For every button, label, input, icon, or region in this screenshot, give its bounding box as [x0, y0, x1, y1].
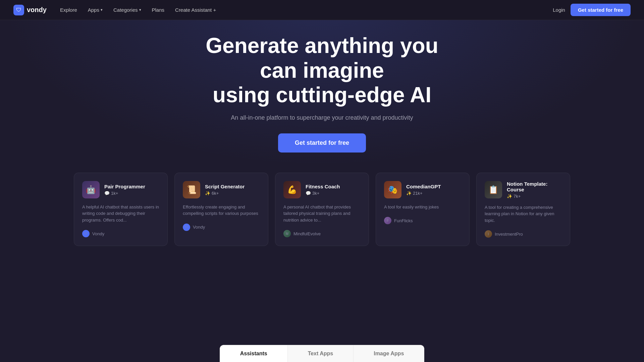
card-header: 🎭 ComedianGPT ✨ 21k+ — [384, 181, 461, 198]
app-card[interactable]: 🎭 ComedianGPT ✨ 21k+ A tool for easily w… — [376, 173, 470, 246]
card-title: Notion Template: Course — [507, 181, 562, 192]
login-button[interactable]: Login — [553, 7, 565, 13]
stat-icon: 💬 — [104, 191, 110, 196]
author-avatar: 🛡 — [82, 230, 90, 237]
card-author: I InvestmentPro — [485, 230, 562, 238]
hero-cta-button[interactable]: Get started for free — [278, 133, 366, 153]
nav-create-assistant[interactable]: Create Assistant + — [175, 7, 216, 13]
card-image: 🤖 — [82, 181, 100, 198]
tab-assistants[interactable]: Assistants — [220, 345, 288, 362]
card-author: 🛡 Vondy — [183, 224, 260, 231]
hero-subtext: An all-in-one platform to supercharge yo… — [0, 114, 644, 121]
logo[interactable]: 🛡 vondy — [13, 5, 47, 15]
apps-chevron-icon: ▾ — [101, 8, 103, 12]
card-stat: ✨ 7k+ — [507, 194, 562, 199]
logo-text: vondy — [27, 6, 47, 14]
author-name: Vondy — [92, 231, 104, 236]
card-header: 💪 Fitness Coach 💬 3k+ — [283, 181, 361, 198]
bottom-tabs: AssistantsText AppsImage Apps — [0, 342, 644, 362]
card-author: F FunFlicks — [384, 217, 461, 224]
logo-icon: 🛡 — [13, 5, 24, 15]
author-name: InvestmentPro — [495, 232, 523, 237]
tab-text-apps[interactable]: Text Apps — [288, 345, 354, 362]
card-description: Effortlessly create engaging and compell… — [183, 204, 260, 217]
card-image: 💪 — [283, 181, 301, 198]
nav-explore[interactable]: Explore — [60, 7, 77, 13]
card-description: A tool for easily writing jokes — [384, 204, 461, 210]
card-title: ComedianGPT — [406, 184, 441, 189]
card-title: Fitness Coach — [306, 184, 340, 189]
card-image: 📜 — [183, 181, 200, 198]
stat-count: 1k+ — [111, 191, 118, 196]
stat-count: 7k+ — [514, 194, 521, 199]
nav-get-started-button[interactable]: Get started for free — [571, 4, 631, 16]
categories-chevron-icon: ▾ — [139, 8, 141, 12]
cards-section: 🤖 Pair Programmer 💬 1k+ A helpful AI cha… — [0, 153, 644, 246]
card-title: Pair Programmer — [104, 184, 145, 189]
author-name: FunFlicks — [394, 218, 413, 223]
author-avatar: F — [384, 217, 391, 224]
nav-plans[interactable]: Plans — [152, 7, 165, 13]
tabs-container: AssistantsText AppsImage Apps — [220, 345, 425, 362]
nav-links: Explore Apps ▾ Categories ▾ Plans Create… — [60, 7, 553, 13]
stat-icon: 💬 — [306, 191, 311, 196]
app-card[interactable]: 📋 Notion Template: Course ✨ 7k+ A tool f… — [476, 173, 570, 246]
author-avatar: M — [283, 230, 291, 237]
card-stat: ✨ 21k+ — [406, 191, 441, 196]
nav-categories[interactable]: Categories ▾ — [113, 7, 141, 13]
app-card[interactable]: 💪 Fitness Coach 💬 3k+ A personal AI chat… — [275, 173, 369, 246]
stat-icon: ✨ — [406, 191, 412, 196]
card-description: A personal AI chatbot that provides tail… — [283, 204, 361, 224]
card-author: M MindfulEvolve — [283, 230, 361, 237]
author-avatar: I — [485, 230, 492, 238]
author-name: MindfulEvolve — [293, 231, 321, 236]
nav-apps[interactable]: Apps ▾ — [88, 7, 103, 13]
card-image: 📋 — [485, 181, 502, 198]
card-stat: 💬 1k+ — [104, 191, 145, 196]
card-description: A tool for creating a comprehensive lear… — [485, 204, 562, 224]
stat-count: 6k+ — [212, 191, 219, 196]
card-title: Script Generator — [205, 184, 245, 189]
author-avatar: 🛡 — [183, 224, 190, 231]
author-name: Vondy — [193, 225, 205, 230]
stat-icon: ✨ — [507, 194, 512, 199]
card-author: 🛡 Vondy — [82, 230, 159, 237]
card-stat: ✨ 6k+ — [205, 191, 245, 196]
tab-image-apps[interactable]: Image Apps — [354, 345, 424, 362]
card-header: 📋 Notion Template: Course ✨ 7k+ — [485, 181, 562, 199]
hero-heading: Generate anything you can imagine using … — [188, 34, 456, 108]
card-description: A helpful AI chatbot that assists users … — [82, 204, 159, 224]
nav-right: Login Get started for free — [553, 4, 631, 16]
hero-section: Generate anything you can imagine using … — [0, 0, 644, 153]
app-card[interactable]: 📜 Script Generator ✨ 6k+ Effortlessly cr… — [174, 173, 268, 246]
navbar: 🛡 vondy Explore Apps ▾ Categories ▾ Plan… — [0, 0, 644, 20]
card-image: 🎭 — [384, 181, 401, 198]
stat-count: 21k+ — [413, 191, 423, 196]
app-card[interactable]: 🤖 Pair Programmer 💬 1k+ A helpful AI cha… — [74, 173, 168, 246]
card-header: 🤖 Pair Programmer 💬 1k+ — [82, 181, 159, 198]
card-stat: 💬 3k+ — [306, 191, 340, 196]
stat-count: 3k+ — [312, 191, 319, 196]
card-header: 📜 Script Generator ✨ 6k+ — [183, 181, 260, 198]
stat-icon: ✨ — [205, 191, 210, 196]
